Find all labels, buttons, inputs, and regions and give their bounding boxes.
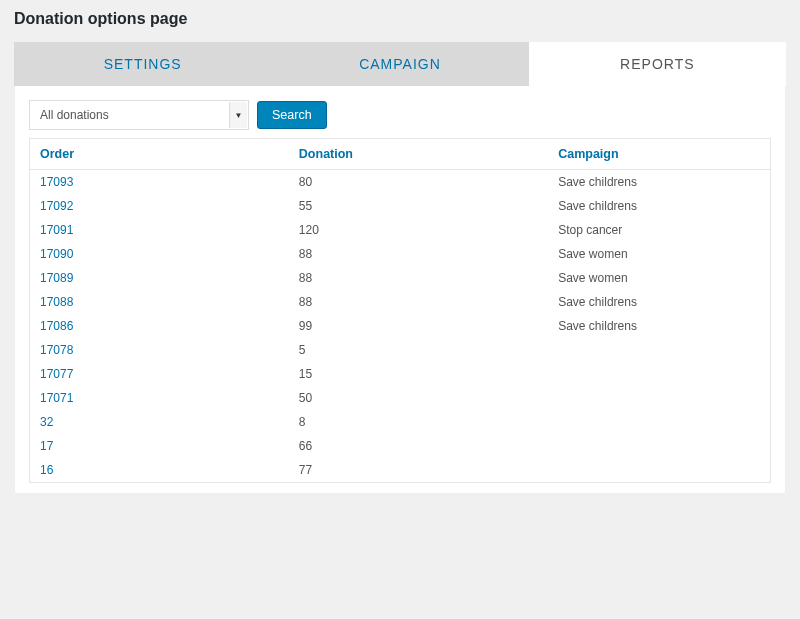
table-row: 1708888Save childrens: [30, 290, 771, 314]
tab-reports[interactable]: REPORTS: [529, 42, 786, 86]
table-row: 1708988Save women: [30, 266, 771, 290]
order-link[interactable]: 17088: [40, 295, 73, 309]
order-link[interactable]: 17078: [40, 343, 73, 357]
table-row: 170785: [30, 338, 771, 362]
order-cell: 17086: [30, 314, 289, 338]
table-row: 1709088Save women: [30, 242, 771, 266]
tab-settings[interactable]: SETTINGS: [14, 42, 271, 86]
tab-campaign[interactable]: CAMPAIGN: [271, 42, 528, 86]
table-row: 1707150: [30, 386, 771, 410]
order-link[interactable]: 17089: [40, 271, 73, 285]
order-cell: 17090: [30, 242, 289, 266]
reports-panel: All donations ▼ Search Order Donation Ca…: [14, 86, 786, 494]
table-row: 17091120Stop cancer: [30, 218, 771, 242]
table-row: 328: [30, 410, 771, 434]
donation-cell: 66: [289, 434, 548, 458]
table-row: 1709380Save childrens: [30, 170, 771, 195]
table-row: 1677: [30, 458, 771, 483]
page-wrap: Donation options page SETTINGS CAMPAIGN …: [0, 0, 800, 494]
order-cell: 17088: [30, 290, 289, 314]
order-link[interactable]: 17091: [40, 223, 73, 237]
order-link[interactable]: 17: [40, 439, 53, 453]
donation-cell: 5: [289, 338, 548, 362]
campaign-cell: Save childrens: [548, 290, 770, 314]
order-cell: 17078: [30, 338, 289, 362]
chevron-down-icon: ▼: [229, 102, 247, 128]
campaign-cell: [548, 362, 770, 386]
donation-cell: 120: [289, 218, 548, 242]
campaign-cell: [548, 410, 770, 434]
campaign-cell: Save childrens: [548, 194, 770, 218]
header-campaign[interactable]: Campaign: [548, 139, 770, 170]
filter-selected-value: All donations: [40, 108, 109, 122]
order-link[interactable]: 17077: [40, 367, 73, 381]
search-button[interactable]: Search: [257, 101, 327, 129]
order-cell: 32: [30, 410, 289, 434]
campaign-cell: [548, 338, 770, 362]
order-cell: 17091: [30, 218, 289, 242]
header-order[interactable]: Order: [30, 139, 289, 170]
order-link[interactable]: 17086: [40, 319, 73, 333]
order-link[interactable]: 32: [40, 415, 53, 429]
donation-cell: 50: [289, 386, 548, 410]
campaign-cell: [548, 458, 770, 483]
donation-cell: 80: [289, 170, 548, 195]
donation-cell: 77: [289, 458, 548, 483]
campaign-cell: Save childrens: [548, 314, 770, 338]
tabs: SETTINGS CAMPAIGN REPORTS: [14, 42, 786, 86]
table-row: 1708699Save childrens: [30, 314, 771, 338]
filter-row: All donations ▼ Search: [29, 100, 771, 130]
order-link[interactable]: 17090: [40, 247, 73, 261]
donation-cell: 88: [289, 290, 548, 314]
order-cell: 17093: [30, 170, 289, 195]
order-link[interactable]: 16: [40, 463, 53, 477]
donation-cell: 8: [289, 410, 548, 434]
campaign-cell: Save women: [548, 266, 770, 290]
table-row: 1707715: [30, 362, 771, 386]
order-cell: 17089: [30, 266, 289, 290]
donation-cell: 15: [289, 362, 548, 386]
header-donation[interactable]: Donation: [289, 139, 548, 170]
order-link[interactable]: 17071: [40, 391, 73, 405]
table-row: 1766: [30, 434, 771, 458]
order-cell: 17071: [30, 386, 289, 410]
order-link[interactable]: 17093: [40, 175, 73, 189]
filter-select[interactable]: All donations ▼: [29, 100, 249, 130]
campaign-cell: Save women: [548, 242, 770, 266]
campaign-cell: Stop cancer: [548, 218, 770, 242]
order-link[interactable]: 17092: [40, 199, 73, 213]
table-row: 1709255Save childrens: [30, 194, 771, 218]
campaign-cell: Save childrens: [548, 170, 770, 195]
donation-cell: 55: [289, 194, 548, 218]
donation-cell: 88: [289, 266, 548, 290]
donations-table: Order Donation Campaign 1709380Save chil…: [29, 138, 771, 483]
donation-cell: 88: [289, 242, 548, 266]
order-cell: 17077: [30, 362, 289, 386]
order-cell: 16: [30, 458, 289, 483]
order-cell: 17092: [30, 194, 289, 218]
donation-cell: 99: [289, 314, 548, 338]
order-cell: 17: [30, 434, 289, 458]
page-title: Donation options page: [14, 10, 786, 28]
campaign-cell: [548, 434, 770, 458]
campaign-cell: [548, 386, 770, 410]
